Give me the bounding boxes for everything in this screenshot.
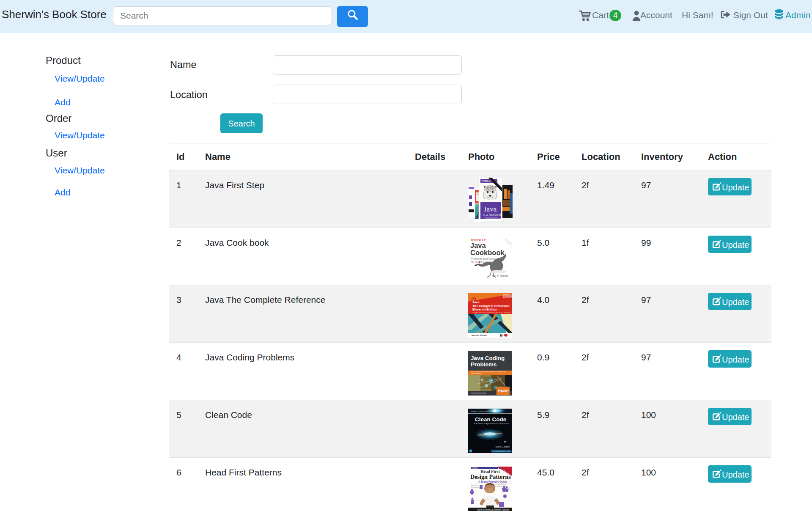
svg-text:A Handbook of Agile Software C: A Handbook of Agile Software Craftsmansh… (474, 423, 509, 425)
svg-text:coding challenges: coding challenges (471, 373, 482, 374)
svg-text:Clean Code: Clean Code (475, 416, 507, 423)
svg-text:your friends know: your friends know (494, 486, 504, 487)
svg-text:Eric Freeman & Elisabeth Robso: Eric Freeman & Elisabeth Robson (477, 508, 509, 511)
svg-text:A Brain Friendly Guide: A Brain Friendly Guide (478, 480, 507, 484)
svg-text:A DESKTOP QUICK REFERENCE: A DESKTOP QUICK REFERENCE (485, 218, 501, 219)
svg-text:Foreword by James O. Coplien: Foreword by James O. Coplien (493, 451, 512, 452)
svg-text:Robert C. Martin Series: Robert C. Martin Series (471, 410, 490, 412)
svg-text:Robert C. Martin: Robert C. Martin (495, 445, 510, 448)
svg-text:Eleventh Edition: Eleventh Edition (472, 308, 497, 311)
svg-text:O'REILLY: O'REILLY (482, 180, 492, 182)
svg-text:Design Patterns: Design Patterns (470, 473, 511, 480)
svg-text:Java Coding: Java Coding (471, 355, 505, 361)
svg-text:Java: Java (470, 242, 486, 249)
svg-text:embarrassing: embarrassing (471, 486, 479, 488)
svg-text:Java: Java (484, 205, 497, 213)
svg-text:O'REILLY: O'REILLY (472, 467, 478, 469)
svg-text:Packt>: Packt> (498, 389, 509, 393)
svg-text:Cookbook: Cookbook (470, 249, 505, 256)
svg-text:Ian F. Darwin: Ian F. Darwin (492, 274, 508, 277)
svg-text:ORACLE: ORACLE (504, 295, 512, 297)
svg-text:in a Nutshell: in a Nutshell (483, 213, 501, 217)
svg-text:Anghel Leonard: Anghel Leonard (471, 392, 486, 394)
svg-text:Comprehensive Coverage of the: Comprehensive Coverage of the Java Langu… (472, 311, 511, 313)
svg-text:Problems: Problems (471, 361, 497, 368)
svg-text:Herbert Schildt: Herbert Schildt (472, 334, 487, 336)
